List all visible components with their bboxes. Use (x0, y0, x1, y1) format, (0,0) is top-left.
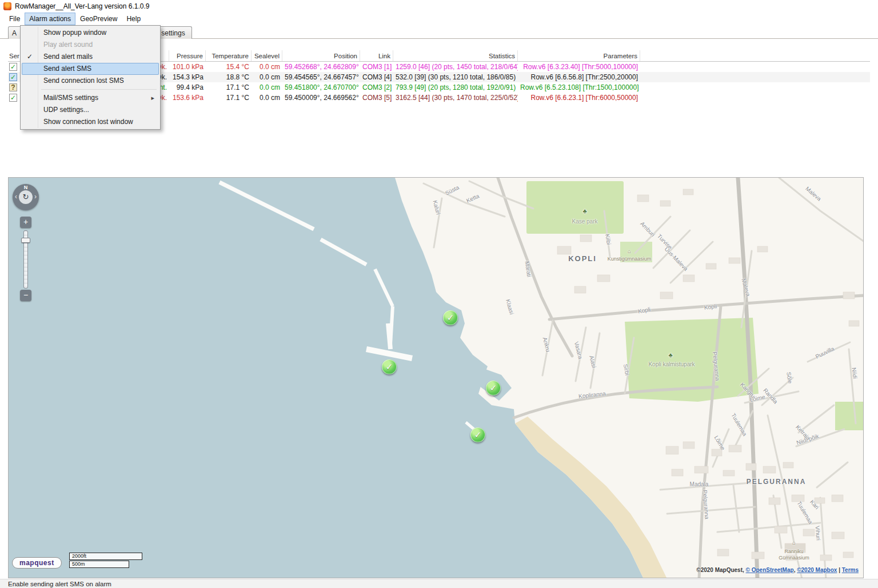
cell-pressure: 153.6 kPa (169, 94, 206, 102)
zoom-out-button[interactable]: − (20, 290, 31, 301)
menu-item-label: Send connection lost SMS (43, 77, 124, 85)
cell-sealevel: 0.0 cm (252, 73, 282, 81)
check-icon: ✓ (9, 94, 17, 102)
checkmark-icon: ✓ (27, 51, 33, 63)
station-marker[interactable]: ✓ (382, 359, 397, 374)
station-marker[interactable]: ✓ (486, 381, 501, 395)
cell-parameters: Row.v6 [6.3.23.40] [Thr:5000,100000] (518, 63, 640, 71)
cell-link: COM3 [1] (360, 63, 393, 71)
check-icon: ✓ (9, 63, 17, 71)
menu-item-udp-settings[interactable]: UDP settings... (22, 104, 159, 116)
header-temperature[interactable]: Temperature (206, 50, 252, 61)
menu-item-send-connection-lost-sms[interactable]: Send connection lost SMS (22, 75, 159, 87)
cell-temperature: 17.1 °C (206, 83, 252, 91)
window-title: RowManager__All_Ver-Lang version 6.1.0.9 (15, 2, 149, 10)
cell-link: COM3 [2] (360, 83, 393, 91)
rotate-reset-icon[interactable]: ↻ (19, 190, 33, 204)
compass-north-label: N (24, 185, 28, 190)
cell-position: 59.452668°, 24.662809° (282, 63, 360, 71)
cell-pressure: 154.3 kPa (169, 73, 206, 81)
row-checkbox[interactable]: ✓ (8, 94, 21, 102)
menu-item-send-alert-mails[interactable]: ✓Send alert mails (22, 51, 159, 63)
menu-item-play-alert-sound: Play alert sound (22, 39, 159, 51)
cell-parameters: Row.v6 [6.6.56.8] [Thr:2500,20000] (518, 73, 640, 81)
cell-sealevel: 0.0 cm (252, 63, 282, 71)
station-marker[interactable]: ✓ (470, 427, 485, 442)
map-attribution: ©2020 MapQuest, © OpenStreetMap, ©2020 M… (696, 567, 859, 573)
row-checkbox[interactable]: ✓ (8, 63, 21, 71)
menu-separator (41, 89, 157, 90)
cell-temperature: 18.8 °C (206, 73, 252, 81)
row-checkbox[interactable]: ✓ (8, 73, 21, 81)
scale-imperial: 2000ft (69, 553, 142, 560)
menu-item-label: Show connection lost window (43, 118, 133, 126)
header-pressure[interactable]: Pressure (169, 50, 206, 61)
status-bar: Enable sending alert SMS on alarm (0, 579, 878, 588)
app-icon (3, 2, 11, 10)
rotate-right-icon[interactable]: › (34, 193, 37, 201)
cell-statistics: 1259.0 [46] (20 pts, 1450 total, 218/0/6… (393, 63, 518, 71)
cell-link: COM3 [4] (360, 73, 393, 81)
menu-help[interactable]: Help (122, 13, 145, 25)
question-mark-icon: ? (9, 83, 17, 91)
menu-file[interactable]: File (5, 13, 25, 25)
header-link[interactable]: Link (360, 50, 393, 61)
attribution-text: ©2020 MapQuest, (696, 567, 745, 573)
header-statistics[interactable]: Statistics (393, 50, 518, 61)
mapquest-logo[interactable]: mapquest (12, 557, 62, 569)
cell-position: 59.450009°, 24.669562° (282, 94, 360, 102)
menu-item-send-alert-sms[interactable]: Send alert SMS (22, 63, 159, 75)
row-checkbox[interactable]: ? (8, 83, 21, 91)
menu-item-label: Mail/SMS settings (43, 94, 98, 102)
menu-item-label: Show popup window (43, 29, 106, 37)
menu-bar: File Alarm actions GeoPreview Help (0, 13, 878, 25)
menu-item-label: Send alert mails (43, 53, 93, 61)
header-sealevel[interactable]: Sealevel (252, 50, 282, 61)
header-parameters[interactable]: Parameters (518, 50, 640, 61)
submenu-arrow-icon: ▸ (151, 92, 154, 104)
cell-statistics: 532.0 [39] (30 pts, 1210 total, 186/0/85… (393, 73, 518, 81)
attribution-link[interactable]: © OpenStreetMap (746, 567, 794, 573)
menu-item-show-popup-window[interactable]: Show popup window (22, 27, 159, 39)
check-icon: ✓ (9, 73, 17, 81)
attribution-link[interactable]: ©2020 Mapbox (797, 567, 837, 573)
menu-item-mail-sms-settings[interactable]: Mail/SMS settings▸ (22, 92, 159, 104)
menu-item-label: UDP settings... (43, 106, 89, 114)
menu-geopreview[interactable]: GeoPreview (75, 13, 122, 25)
menu-item-label: Play alert sound (43, 41, 93, 49)
map-canvas[interactable] (9, 178, 864, 578)
scale-metric: 500m (69, 561, 129, 568)
cell-pressure: 99.4 kPa (169, 83, 206, 91)
rotate-left-icon[interactable]: ‹ (15, 193, 17, 201)
attribution-text: | (837, 567, 841, 573)
cell-statistics: 3162.5 [44] (30 pts, 1470 total, 225/0/5… (393, 94, 518, 102)
zoom-in-button[interactable]: + (20, 217, 31, 228)
cell-temperature: 15.4 °C (206, 63, 252, 71)
geo-preview-map[interactable]: SüstaKettaKaluriMaleva♣Kase parkKOPLI⌂Ku… (8, 177, 864, 578)
title-bar: RowManager__All_Ver-Lang version 6.1.0.9 (0, 0, 878, 13)
status-text: Enable sending alert SMS on alarm (8, 581, 111, 587)
menu-item-label: Send alert SMS (43, 65, 91, 73)
menu-alarm-actions[interactable]: Alarm actions (25, 13, 75, 25)
cell-parameters: Row.v6 [6.5.23.108] [Thr:1500,100000] (518, 83, 640, 91)
cell-link: COM3 [5] (360, 94, 393, 102)
attribution-link[interactable]: Terms (842, 567, 859, 573)
cell-sealevel: 0.0 cm (252, 94, 282, 102)
cell-parameters: Row.v6 [6.6.23.1] [Thr:6000,50000] (518, 94, 640, 102)
cell-pressure: 101.0 kPa (169, 63, 206, 71)
station-marker[interactable]: ✓ (443, 310, 458, 325)
cell-statistics: 793.9 [49] (20 pts, 1280 total, 192/0/91… (393, 83, 518, 91)
alarm-actions-menu: Show popup windowPlay alert sound✓Send a… (20, 25, 161, 130)
menu-item-show-connection-lost-window[interactable]: Show connection lost window (22, 116, 159, 128)
header-filler (640, 50, 870, 61)
cell-temperature: 17.1 °C (206, 94, 252, 102)
compass-control[interactable]: N ‹ › ↻ (13, 184, 39, 210)
cell-position: 59.451800°, 24.670700° (282, 83, 360, 91)
zoom-slider-handle[interactable] (21, 238, 30, 243)
header-send[interactable]: Ser (8, 50, 21, 61)
cell-sealevel: 0.0 cm (252, 83, 282, 91)
cell-position: 59.454565°, 24.667457° (282, 73, 360, 81)
header-position[interactable]: Position (282, 50, 360, 61)
